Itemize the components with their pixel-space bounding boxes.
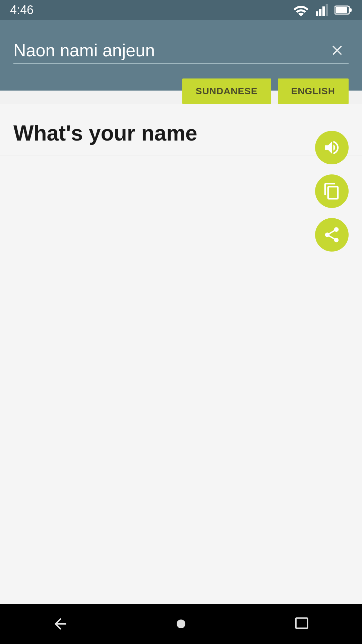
home-button[interactable]	[166, 608, 196, 639]
speak-button[interactable]	[315, 131, 349, 164]
divider	[0, 156, 362, 156]
svg-rect-4	[326, 4, 328, 16]
svg-rect-2	[319, 9, 321, 16]
back-icon	[52, 615, 69, 633]
status-icons	[293, 4, 352, 16]
svg-rect-7	[350, 8, 352, 12]
speaker-icon	[323, 139, 341, 157]
copy-button[interactable]	[315, 174, 349, 208]
clear-button[interactable]	[326, 42, 349, 58]
svg-rect-9	[296, 618, 308, 628]
language-buttons-row: SUNDANESE ENGLISH	[0, 78, 362, 104]
search-input[interactable]	[13, 40, 326, 60]
svg-point-0	[300, 15, 302, 16]
target-language-button[interactable]: ENGLISH	[278, 78, 349, 104]
action-buttons	[315, 131, 349, 252]
share-icon	[323, 226, 341, 244]
share-button[interactable]	[315, 218, 349, 252]
translated-text: What's your name	[0, 114, 362, 156]
recent-button[interactable]	[286, 608, 317, 639]
input-row	[13, 40, 349, 64]
source-language-button[interactable]: SUNDANESE	[182, 78, 271, 104]
recent-icon	[293, 615, 310, 633]
status-bar: 4:46	[0, 0, 362, 20]
svg-rect-3	[322, 6, 325, 16]
svg-rect-6	[336, 7, 347, 13]
svg-rect-1	[316, 11, 318, 16]
nav-bar	[0, 604, 362, 644]
svg-point-8	[177, 620, 185, 628]
copy-icon	[323, 182, 341, 200]
wifi-icon	[293, 4, 309, 16]
result-area: What's your name	[0, 104, 362, 604]
close-icon	[329, 42, 345, 58]
status-time: 4:46	[10, 3, 34, 17]
back-button[interactable]	[45, 608, 76, 639]
signal-icon	[315, 4, 328, 16]
battery-icon	[335, 4, 352, 16]
home-icon	[172, 615, 190, 633]
